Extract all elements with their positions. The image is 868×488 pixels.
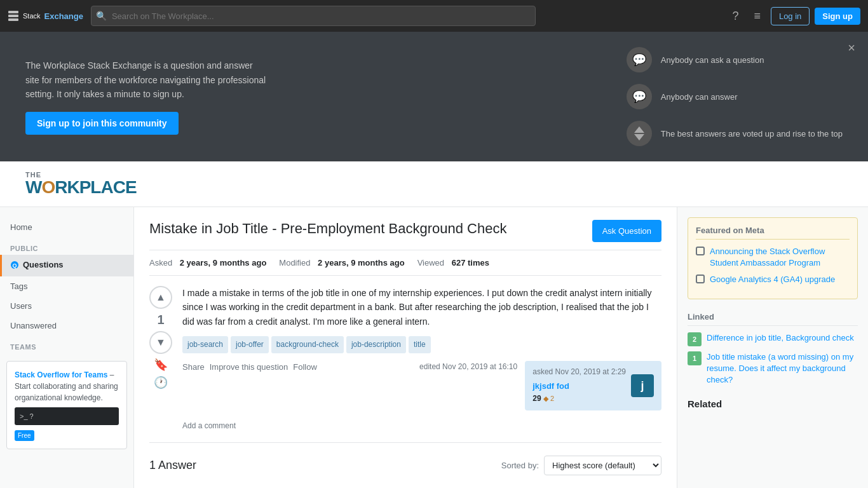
hero-feature-answer: 💬 Anybody can answer (627, 84, 843, 109)
globe-icon: Q (10, 261, 19, 269)
signup-button-nav[interactable]: Sign up (815, 8, 860, 25)
linked-item-2: 1 Job title mistake (a word missing) on … (688, 351, 858, 386)
hero-feature-ask-text: Anybody can ask a question (661, 55, 764, 65)
comment-section: Add a comment (182, 418, 661, 432)
post-tags: job-search job-offer background-check jo… (182, 336, 661, 353)
sidebar-section-teams: TEAMS (0, 336, 133, 353)
main-container: Home PUBLIC Q Questions Tags Users Unans… (0, 207, 868, 488)
featured-link-2[interactable]: Google Analytics 4 (GA4) upgrade (710, 274, 835, 285)
arrow-down-icon (634, 134, 644, 140)
svg-rect-2 (8, 18, 18, 21)
hero-close-button[interactable]: × (848, 41, 855, 55)
linked-score-2: 1 (688, 351, 702, 365)
question-title: Mistake in Job Title - Pre-Employment Ba… (149, 220, 582, 238)
sidebar-item-tags[interactable]: Tags (0, 276, 133, 296)
help-button[interactable]: ? (727, 7, 743, 25)
workplace-logo[interactable]: THE WORKPLACE (25, 172, 137, 196)
chat-icon-1: 💬 (627, 47, 652, 72)
ask-question-button[interactable]: Ask Question (592, 220, 661, 242)
modified-meta: Modified 2 years, 9 months ago (279, 258, 404, 268)
sidebar-section-public: PUBLIC (0, 237, 133, 255)
hero-description-container: The Workplace Stack Exchange is a questi… (25, 58, 267, 134)
search-icon: 🔍 (96, 11, 107, 21)
sidebar-item-home[interactable]: Home (0, 217, 133, 237)
bookmark-button[interactable]: 🔖 (154, 358, 168, 372)
user-stats: 29 ◆ 2 (532, 393, 626, 405)
logo-exchange-text: Exchange (44, 11, 83, 21)
arrow-up-icon (634, 126, 644, 133)
featured-icon-1 (696, 247, 705, 255)
sidebar: Home PUBLIC Q Questions Tags Users Unans… (0, 207, 133, 488)
inbox-button[interactable]: ≡ (749, 7, 766, 25)
add-comment-link[interactable]: Add a comment (182, 421, 236, 430)
history-button[interactable]: 🕐 (154, 376, 168, 390)
user-card: asked Nov 20, 2019 at 2:29 jkjsdf fod 29… (525, 361, 661, 410)
vote-icon (627, 121, 652, 146)
sort-select[interactable]: Highest score (default) (544, 456, 661, 475)
hero-banner: × The Workplace Stack Exchange is a ques… (0, 32, 868, 161)
linked-link-2[interactable]: Job title mistake (a word missing) on my… (707, 351, 858, 386)
answers-count: 1 Answer (149, 459, 196, 472)
vote-controls: ▲ 1 ▼ 🔖 🕐 (149, 286, 172, 432)
search-input[interactable] (91, 6, 536, 26)
featured-icon-2 (696, 274, 705, 283)
logo-workplace: WORKPLACE (25, 179, 137, 196)
sidebar-item-questions[interactable]: Q Questions (0, 255, 133, 276)
post-action-links: Share Improve this question Follow (182, 361, 317, 374)
hero-features: 💬 Anybody can ask a question 💬 Anybody c… (627, 47, 843, 146)
svg-rect-0 (8, 11, 18, 13)
sort-container: Sorted by: Highest score (default) (501, 456, 661, 475)
related-title: Related (688, 398, 858, 409)
featured-item-2: Google Analytics 4 (GA4) upgrade (696, 274, 850, 285)
login-button[interactable]: Log in (771, 7, 810, 25)
upvote-button[interactable]: ▲ (149, 286, 172, 309)
tag-title[interactable]: title (409, 336, 431, 353)
hero-signup-button[interactable]: Sign up to join this community (25, 112, 179, 135)
nav-actions: ? ≡ Log in Sign up (727, 7, 860, 25)
follow-link[interactable]: Follow (293, 361, 317, 374)
featured-title: Featured on Meta (696, 226, 850, 240)
search-container: 🔍 (91, 6, 536, 26)
linked-item-1: 2 Difference in job title, Background ch… (688, 332, 858, 346)
sorted-by-label: Sorted by: (501, 461, 539, 470)
post-content: I made a mistake in terms of the job tit… (182, 286, 661, 432)
logo-stack-text: Stack (23, 12, 41, 20)
site-logo-nav[interactable]: StackExchange (8, 10, 83, 22)
edited-info: edited Nov 20, 2019 at 16:10 (419, 361, 517, 373)
svg-rect-1 (8, 15, 18, 17)
featured-link-1[interactable]: Announcing the Stack Overflow Student Am… (710, 246, 850, 269)
teams-box: Stack Overflow for Teams – Start collabo… (6, 361, 127, 450)
post-body-text: I made a mistake in terms of the job tit… (182, 286, 661, 329)
username[interactable]: jkjsdf fod (532, 380, 626, 393)
asked-meta: Asked 2 years, 9 months ago (149, 258, 266, 268)
related-widget: Related (688, 398, 858, 409)
vote-count: 1 (157, 313, 164, 327)
cmd-icon: >_ ? (20, 411, 34, 422)
site-header: THE WORKPLACE (0, 161, 868, 207)
linked-widget: Linked 2 Difference in job title, Backgr… (688, 312, 858, 386)
hero-feature-ask: 💬 Anybody can ask a question (627, 47, 843, 72)
sidebar-item-users[interactable]: Users (0, 296, 133, 316)
linked-link-1[interactable]: Difference in job title, Background chec… (707, 332, 854, 344)
hero-description: The Workplace Stack Exchange is a questi… (25, 58, 267, 101)
tag-job-search[interactable]: job-search (182, 336, 228, 353)
featured-item-1: Announcing the Stack Overflow Student Am… (696, 246, 850, 269)
sidebar-item-unanswered[interactable]: Unanswered (0, 316, 133, 336)
linked-title: Linked (688, 312, 858, 326)
tag-job-offer[interactable]: job-offer (231, 336, 269, 353)
asked-label: asked Nov 20, 2019 at 2:29 (532, 366, 626, 378)
teams-name: Stack Overflow for Teams (15, 370, 108, 379)
viewed-meta: Viewed 627 times (417, 258, 489, 268)
share-link[interactable]: Share (182, 361, 205, 374)
improve-link[interactable]: Improve this question (210, 361, 288, 374)
hero-feature-vote: The best answers are voted up and rise t… (627, 121, 843, 146)
hero-feature-answer-text: Anybody can answer (661, 92, 738, 102)
tag-job-description[interactable]: job-description (346, 336, 406, 353)
stackexchange-icon (8, 10, 19, 22)
tag-background-check[interactable]: background-check (271, 336, 344, 353)
answers-section: 1 Answer Sorted by: Highest score (defau… (149, 456, 661, 475)
right-sidebar: Featured on Meta Announcing the Stack Ov… (677, 207, 868, 488)
main-content: Mistake in Job Title - Pre-Employment Ba… (133, 207, 677, 488)
downvote-button[interactable]: ▼ (149, 331, 172, 354)
hero-feature-vote-text: The best answers are voted up and rise t… (661, 129, 843, 139)
